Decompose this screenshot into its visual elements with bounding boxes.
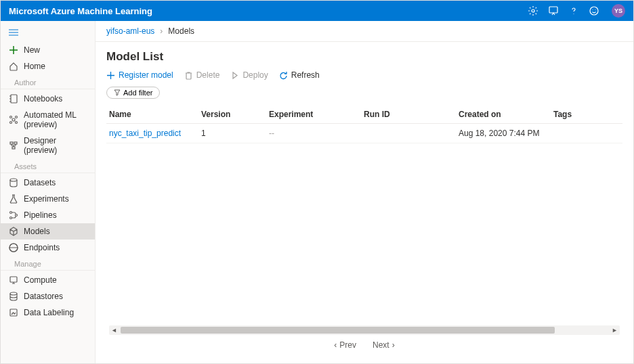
sidebar-label: Designer (preview)	[24, 136, 87, 155]
app-header: Microsoft Azure Machine Learning YS	[1, 1, 633, 21]
sidebar-item-new[interactable]: New	[1, 42, 95, 58]
models-table: Name Version Experiment Run ID Created o…	[106, 106, 622, 325]
filter-icon	[114, 89, 121, 96]
sidebar-item-models[interactable]: Models	[1, 223, 95, 240]
main-content: yifso-aml-eus › Models Model List Regist…	[96, 21, 633, 363]
svg-point-6	[16, 116, 18, 118]
svg-rect-10	[14, 142, 17, 144]
svg-point-7	[10, 122, 12, 124]
svg-point-4	[12, 118, 15, 121]
breadcrumb-workspace[interactable]: yifso-aml-eus	[106, 26, 154, 36]
svg-rect-3	[11, 95, 17, 103]
header-actions: YS	[528, 4, 625, 18]
scroll-right-icon[interactable]: ►	[610, 327, 620, 334]
svg-point-12	[10, 179, 17, 181]
toolbar-label: Register model	[119, 70, 173, 80]
toolbar: Register model Delete Deploy Refresh	[106, 70, 622, 80]
svg-point-14	[16, 214, 18, 217]
settings-icon[interactable]	[528, 5, 538, 16]
breadcrumb-current: Models	[168, 26, 194, 36]
sidebar-item-data-labeling[interactable]: Data Labeling	[1, 304, 95, 321]
sidebar-section-assets: Assets	[1, 158, 95, 173]
filter-label: Add filter	[123, 89, 152, 97]
scrollbar-thumb[interactable]	[121, 327, 555, 334]
svg-point-15	[10, 217, 12, 219]
svg-rect-11	[12, 147, 15, 149]
sidebar-item-notebooks[interactable]: Notebooks	[1, 91, 95, 107]
sidebar-label: Datastores	[24, 292, 63, 301]
user-avatar[interactable]: YS	[612, 4, 625, 18]
model-tags	[553, 129, 622, 138]
sidebar-label: Notebooks	[24, 94, 62, 104]
prev-button[interactable]: ‹ Prev	[334, 340, 356, 350]
sidebar-item-automated-ml[interactable]: Automated ML (preview)	[1, 107, 95, 133]
sidebar-label: Compute	[24, 275, 57, 285]
sidebar-item-datastores[interactable]: Datastores	[1, 288, 95, 304]
next-button[interactable]: Next ›	[373, 340, 395, 350]
toolbar-label: Refresh	[291, 70, 320, 80]
sidebar: New Home Author Notebooks Automated ML (…	[1, 21, 96, 363]
scroll-left-icon[interactable]: ◄	[109, 327, 119, 334]
horizontal-scrollbar[interactable]: ◄ ►	[109, 325, 620, 335]
sidebar-item-compute[interactable]: Compute	[1, 272, 95, 288]
refresh-button[interactable]: Refresh	[279, 70, 320, 80]
svg-point-13	[10, 212, 12, 214]
feedback-icon[interactable]	[548, 5, 559, 16]
sidebar-label: New	[24, 45, 40, 55]
sidebar-label: Home	[24, 62, 45, 71]
svg-point-0	[532, 9, 534, 12]
sidebar-item-datasets[interactable]: Datasets	[1, 175, 95, 191]
sidebar-label: Datasets	[24, 178, 56, 187]
svg-point-8	[16, 122, 18, 124]
sidebar-label: Endpoints	[24, 243, 60, 252]
column-name[interactable]: Name	[106, 110, 201, 119]
sidebar-label: Pipelines	[24, 210, 57, 220]
page-title: Model List	[106, 50, 622, 64]
column-tags[interactable]: Tags	[553, 110, 622, 119]
next-label: Next	[373, 340, 389, 350]
sidebar-item-designer[interactable]: Designer (preview)	[1, 133, 95, 158]
pagination: ‹ Prev Next ›	[106, 335, 622, 355]
chevron-right-icon: ›	[392, 340, 395, 350]
delete-button: Delete	[184, 70, 220, 80]
column-experiment[interactable]: Experiment	[269, 110, 364, 119]
toolbar-label: Delete	[196, 70, 220, 80]
table-header: Name Version Experiment Run ID Created o…	[106, 106, 622, 124]
register-model-button[interactable]: Register model	[106, 70, 173, 80]
model-runid	[364, 129, 459, 138]
sidebar-label: Data Labeling	[24, 308, 74, 317]
model-version: 1	[201, 129, 269, 138]
toolbar-label: Deploy	[242, 70, 268, 80]
column-created[interactable]: Created on	[459, 110, 553, 119]
emoji-icon[interactable]	[589, 5, 599, 16]
svg-rect-9	[10, 142, 13, 144]
chevron-right-icon: ›	[160, 26, 163, 36]
sidebar-label: Models	[24, 227, 50, 236]
chevron-left-icon: ‹	[334, 340, 337, 350]
sidebar-item-home[interactable]: Home	[1, 58, 95, 74]
sidebar-label: Automated ML (preview)	[24, 110, 87, 129]
model-created: Aug 18, 2020 7:44 PM	[459, 129, 553, 138]
breadcrumb: yifso-aml-eus › Models	[96, 21, 633, 42]
table-row[interactable]: nyc_taxi_tip_predict 1 -- Aug 18, 2020 7…	[106, 124, 622, 143]
column-version[interactable]: Version	[201, 110, 269, 119]
sidebar-item-endpoints[interactable]: Endpoints	[1, 240, 95, 256]
model-name-link[interactable]: nyc_taxi_tip_predict	[106, 129, 201, 138]
help-icon[interactable]	[568, 5, 579, 16]
svg-point-18	[10, 292, 17, 295]
sidebar-label: Experiments	[24, 194, 69, 204]
deploy-button: Deploy	[230, 70, 268, 80]
prev-label: Prev	[339, 340, 356, 350]
svg-point-5	[10, 116, 12, 118]
model-experiment: --	[269, 129, 364, 138]
hamburger-icon[interactable]	[1, 25, 95, 42]
sidebar-item-experiments[interactable]: Experiments	[1, 191, 95, 207]
sidebar-item-pipelines[interactable]: Pipelines	[1, 207, 95, 223]
sidebar-section-manage: Manage	[1, 256, 95, 271]
column-runid[interactable]: Run ID	[364, 110, 459, 119]
svg-rect-17	[10, 277, 17, 282]
sidebar-section-author: Author	[1, 74, 95, 89]
svg-point-2	[590, 7, 598, 15]
add-filter-button[interactable]: Add filter	[106, 87, 160, 99]
app-title: Microsoft Azure Machine Learning	[9, 6, 528, 16]
